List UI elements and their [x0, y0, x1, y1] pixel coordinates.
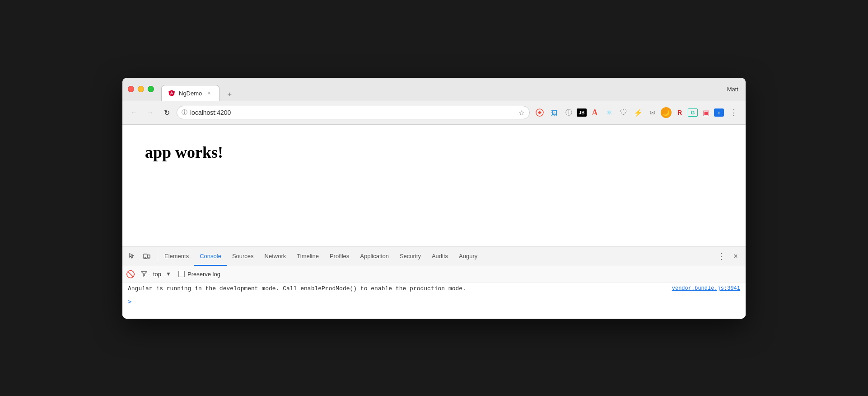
- browser-window: NgDemo × + Matt ← → ↻ ⓘ localhost:4200 ☆: [122, 78, 746, 319]
- extension-darkmode-icon[interactable]: 🌙: [661, 107, 672, 118]
- title-bar: NgDemo × + Matt: [122, 78, 746, 101]
- devtools-close-button[interactable]: ×: [729, 250, 742, 263]
- svg-rect-2: [148, 255, 150, 258]
- page-heading: app works!: [145, 143, 723, 162]
- extension-lightning-icon[interactable]: ⚡: [632, 106, 644, 119]
- devtools-tab-sources[interactable]: Sources: [227, 247, 259, 266]
- extension-colorpicker-icon[interactable]: [533, 106, 546, 119]
- console-context-dropdown-icon[interactable]: ▼: [166, 271, 171, 277]
- maximize-button[interactable]: [148, 86, 154, 92]
- tab-title: NgDemo: [179, 90, 202, 97]
- console-clear-button[interactable]: 🚫: [126, 270, 135, 278]
- devtools-tabs: Elements Console Sources Network Timelin…: [159, 247, 715, 266]
- devtools-tab-network[interactable]: Network: [259, 247, 292, 266]
- extension-react-icon[interactable]: ⚛: [603, 106, 616, 119]
- extension-pocket-icon[interactable]: ▣: [700, 106, 712, 119]
- devtools-more-button[interactable]: ⋮: [715, 250, 728, 263]
- devtools-tab-augury[interactable]: Augury: [453, 247, 483, 266]
- extensions-toolbar: 🖼 ⓘ JB A ⚛ 🛡 ⚡ ✉ 🌙 R G ▣ i: [533, 106, 724, 119]
- extension-info-icon[interactable]: ⓘ: [562, 106, 575, 119]
- devtools-tab-profiles[interactable]: Profiles: [324, 247, 355, 266]
- nav-bar: ← → ↻ ⓘ localhost:4200 ☆ 🖼 ⓘ JB A ⚛ 🛡 ⚡ …: [122, 101, 746, 125]
- devtools-tab-security[interactable]: Security: [394, 247, 426, 266]
- extension-email-icon[interactable]: ✉: [646, 106, 659, 119]
- preserve-log-checkbox[interactable]: [178, 271, 185, 277]
- extension-fonts-icon[interactable]: A: [588, 106, 601, 119]
- url-text: localhost:4200: [190, 109, 516, 116]
- security-icon: ⓘ: [182, 108, 187, 117]
- address-bar[interactable]: ⓘ localhost:4200 ☆: [177, 106, 530, 119]
- minimize-button[interactable]: [138, 86, 144, 92]
- devtools-tab-elements[interactable]: Elements: [159, 247, 194, 266]
- devtools-tab-console[interactable]: Console: [194, 247, 227, 266]
- extension-grammarly-icon[interactable]: G: [688, 108, 698, 117]
- extension-shield-icon[interactable]: 🛡: [617, 106, 630, 119]
- devtools-tab-audits[interactable]: Audits: [426, 247, 453, 266]
- devtools-inspect-icon[interactable]: [126, 250, 139, 263]
- tabs-area: NgDemo × +: [161, 78, 740, 101]
- new-tab-button[interactable]: +: [221, 88, 238, 101]
- extension-jetbrains-icon[interactable]: JB: [577, 108, 587, 117]
- console-bar: 🚫 top ▼ Preserve log: [122, 266, 746, 283]
- devtools-tab-application[interactable]: Application: [355, 247, 394, 266]
- console-prompt[interactable]: >: [122, 295, 746, 308]
- devtools-tool-icons: [126, 250, 157, 263]
- traffic-lights: [128, 86, 154, 92]
- active-tab[interactable]: NgDemo ×: [161, 85, 219, 101]
- console-message-source[interactable]: vendor.bundle.js:3941: [672, 285, 740, 292]
- console-output: Angular is running in the development mo…: [122, 283, 746, 319]
- bookmark-star-icon[interactable]: ☆: [518, 108, 525, 117]
- user-name: Matt: [727, 86, 738, 93]
- devtools-panel: Elements Console Sources Network Timelin…: [122, 247, 746, 319]
- console-context-selector[interactable]: top: [153, 271, 161, 278]
- extension-photo-icon[interactable]: 🖼: [548, 106, 560, 119]
- devtools-toolbar: Elements Console Sources Network Timelin…: [122, 247, 746, 266]
- console-caret-icon: >: [128, 298, 131, 305]
- tab-favicon: [168, 90, 175, 97]
- reload-button[interactable]: ↻: [160, 106, 173, 119]
- back-button[interactable]: ←: [128, 106, 140, 119]
- tab-close-button[interactable]: ×: [205, 90, 213, 97]
- devtools-tab-timeline[interactable]: Timeline: [291, 247, 324, 266]
- close-button[interactable]: [128, 86, 134, 92]
- page-content: app works!: [122, 125, 746, 247]
- extension-i-icon[interactable]: i: [714, 108, 724, 117]
- console-filter-button[interactable]: [139, 269, 149, 279]
- extension-lastpass-icon[interactable]: R: [673, 106, 686, 119]
- browser-menu-button[interactable]: ⋮: [728, 106, 740, 119]
- angular-icon: [168, 90, 175, 97]
- devtools-toolbar-right: ⋮ ×: [715, 250, 742, 263]
- devtools-device-icon[interactable]: [140, 250, 153, 263]
- console-preserve-log-option: Preserve log: [178, 271, 220, 278]
- console-message: Angular is running in the development mo…: [122, 283, 746, 295]
- console-message-text: Angular is running in the development mo…: [128, 285, 672, 292]
- preserve-log-label: Preserve log: [187, 271, 220, 278]
- forward-button[interactable]: →: [144, 106, 157, 119]
